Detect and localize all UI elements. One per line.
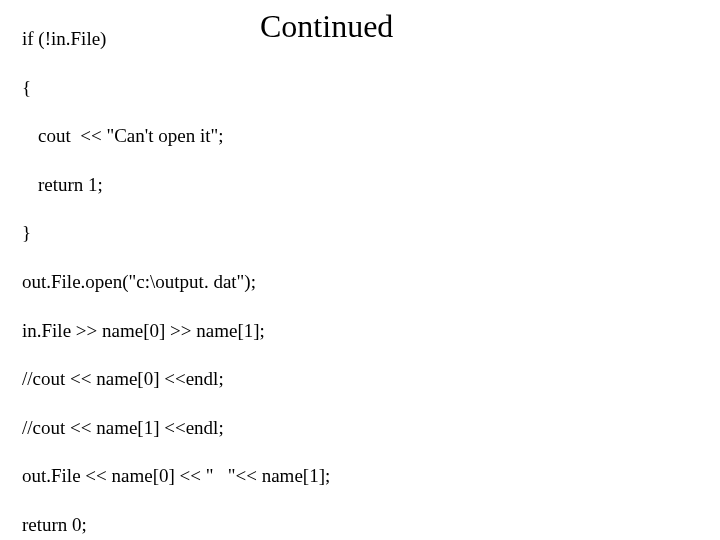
code-line: return 0; xyxy=(22,512,698,539)
code-block: if (!in.File) { cout << "Can't open it";… xyxy=(22,26,698,540)
code-line: //cout << name[1] <<endl; xyxy=(22,415,698,442)
code-line: //cout << name[0] <<endl; xyxy=(22,366,698,393)
code-line: out.File << name[0] << " "<< name[1]; xyxy=(22,463,698,490)
code-line: cout << "Can't open it"; xyxy=(22,123,698,150)
code-line: { xyxy=(22,75,698,102)
page-title: Continued xyxy=(260,8,393,45)
code-line: in.File >> name[0] >> name[1]; xyxy=(22,318,698,345)
code-line: } xyxy=(22,220,698,247)
code-line: out.File.open("c:\output. dat"); xyxy=(22,269,698,296)
code-line: return 1; xyxy=(22,172,698,199)
